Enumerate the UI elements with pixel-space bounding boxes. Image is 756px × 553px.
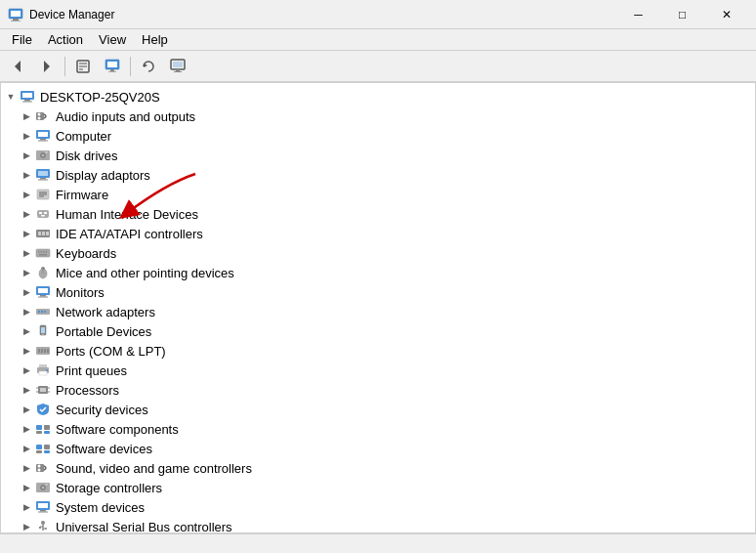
svg-rect-60	[38, 288, 48, 293]
svg-rect-27	[38, 132, 48, 137]
svg-rect-88	[44, 431, 50, 434]
svg-rect-16	[173, 62, 183, 67]
computer-label: Computer	[56, 129, 111, 144]
expand-icon[interactable]: ▶	[19, 226, 34, 241]
svg-rect-44	[44, 212, 47, 214]
expand-icon[interactable]: ▶	[19, 284, 34, 300]
svg-rect-54	[46, 251, 48, 253]
toolbar-back-button[interactable]	[4, 54, 31, 79]
firmware-label: Firmware	[56, 188, 108, 202]
expand-icon[interactable]: ▶	[19, 421, 34, 437]
menu-help[interactable]: Help	[134, 30, 176, 49]
expand-icon[interactable]: ▶	[19, 460, 34, 476]
app-title: Device Manager	[29, 8, 616, 21]
tree-item-portable[interactable]: ▶ Portable Devices	[1, 321, 755, 341]
tree-item-software-components[interactable]: ▶ Software components	[1, 419, 755, 439]
ports-icon	[34, 343, 52, 359]
svg-rect-45	[41, 215, 45, 217]
tree-item-display[interactable]: ▶ Display adaptors	[1, 165, 755, 185]
expand-icon[interactable]: ▶	[19, 382, 34, 398]
tree-item-security[interactable]: ▶ Security devices	[1, 400, 755, 419]
software-components-icon	[34, 421, 52, 437]
expand-icon[interactable]: ▶	[19, 108, 34, 124]
svg-rect-17	[176, 69, 180, 71]
expand-icon[interactable]: ▶	[19, 187, 34, 202]
tree-item-monitors[interactable]: ▶ Monitors	[1, 282, 755, 302]
minimize-button[interactable]: ─	[616, 0, 660, 29]
expand-icon[interactable]: ▶	[19, 148, 34, 163]
tree-item-mice[interactable]: ▶ Mice and other pointing devices	[1, 263, 755, 282]
menu-file[interactable]: File	[4, 30, 40, 49]
expand-icon[interactable]: ▶	[19, 245, 34, 261]
menu-view[interactable]: View	[91, 30, 134, 49]
tree-item-network[interactable]: ▶ Network adapters	[1, 302, 755, 321]
tree-item-hid[interactable]: ▶ Human Interface Devices	[1, 204, 755, 224]
computer-icon	[19, 89, 36, 105]
audio-icon	[34, 108, 52, 124]
tree-item-storage[interactable]: ▶ Storage controllers	[1, 478, 755, 497]
expand-icon[interactable]: ▶	[19, 480, 34, 495]
toolbar-update-button[interactable]	[99, 54, 126, 79]
menu-action[interactable]: Action	[40, 30, 91, 49]
expand-icon[interactable]: ▶	[19, 362, 34, 378]
expand-icon[interactable]: ▶	[19, 343, 34, 359]
svg-point-58	[41, 267, 45, 270]
portable-label: Portable Devices	[56, 324, 151, 339]
svg-rect-99	[45, 484, 48, 486]
tree-item-audio[interactable]: ▶ Audio inputs and outputs	[1, 106, 755, 126]
toolbar-forward-button[interactable]	[33, 54, 61, 79]
tree-item-system[interactable]: ▶ System devices	[1, 497, 755, 517]
svg-point-104	[41, 521, 45, 525]
expand-icon[interactable]: ▶	[19, 265, 34, 280]
svg-rect-89	[36, 445, 42, 449]
svg-rect-1	[11, 11, 21, 17]
app-icon	[8, 7, 23, 22]
tree-item-ide[interactable]: ▶ IDE ATA/ATAPI controllers	[1, 224, 755, 243]
usb-icon	[34, 519, 52, 533]
tree-item-computer[interactable]: ▶ Computer	[1, 126, 755, 146]
expand-icon[interactable]: ▶	[19, 499, 34, 515]
security-icon	[34, 402, 52, 417]
display-label: Display adaptors	[56, 168, 150, 183]
toolbar-separator-1	[64, 57, 65, 76]
expand-icon[interactable]: ▶	[19, 402, 34, 417]
tree-item-processors[interactable]: ▶ Processors	[1, 380, 755, 400]
tree-item-print[interactable]: ▶ Print queues	[1, 361, 755, 380]
svg-rect-102	[40, 510, 46, 512]
root-expand-icon[interactable]: ▼	[3, 89, 19, 105]
tree-item-disk[interactable]: ▶ Disk drives	[1, 146, 755, 165]
main-content[interactable]: ▼ DESKTOP-25QV20S ▶	[0, 82, 756, 533]
svg-rect-61	[40, 295, 46, 297]
svg-marker-4	[15, 61, 21, 72]
toolbar-monitor-button[interactable]	[164, 54, 191, 79]
svg-point-109	[45, 528, 47, 530]
svg-rect-22	[22, 102, 32, 103]
maximize-button[interactable]: □	[660, 0, 704, 29]
expand-icon[interactable]: ▶	[19, 323, 34, 339]
tree-item-sound[interactable]: ▶ Sound, video and game controllers	[1, 458, 755, 478]
expand-icon[interactable]: ▶	[19, 519, 34, 533]
svg-rect-64	[38, 311, 40, 313]
svg-rect-103	[38, 512, 48, 513]
tree-item-software-devices[interactable]: ▶ Software devices	[1, 439, 755, 458]
close-button[interactable]: ✕	[704, 0, 748, 29]
tree-item-firmware[interactable]: ▶ Firmware	[1, 185, 755, 204]
disk-icon	[34, 148, 52, 163]
monitors-label: Monitors	[56, 285, 105, 300]
tree-item-usb[interactable]: ▶ Universal Serial Bus controllers	[1, 517, 755, 533]
expand-icon[interactable]: ▶	[19, 304, 34, 319]
keyboard-icon	[34, 245, 52, 261]
svg-rect-76	[39, 364, 47, 367]
svg-rect-47	[38, 232, 41, 235]
tree-item-keyboard[interactable]: ▶ Keyboards	[1, 243, 755, 263]
monitor-icon	[34, 284, 52, 300]
expand-icon[interactable]: ▶	[19, 441, 34, 456]
ide-label: IDE ATA/ATAPI controllers	[56, 227, 203, 241]
toolbar-properties-button[interactable]	[69, 54, 97, 79]
expand-icon[interactable]: ▶	[19, 167, 34, 183]
toolbar-refresh-button[interactable]	[135, 54, 162, 79]
tree-root[interactable]: ▼ DESKTOP-25QV20S	[1, 87, 755, 106]
expand-icon[interactable]: ▶	[19, 206, 34, 222]
expand-icon[interactable]: ▶	[19, 128, 34, 144]
tree-item-ports[interactable]: ▶ Ports (COM & LPT)	[1, 341, 755, 361]
